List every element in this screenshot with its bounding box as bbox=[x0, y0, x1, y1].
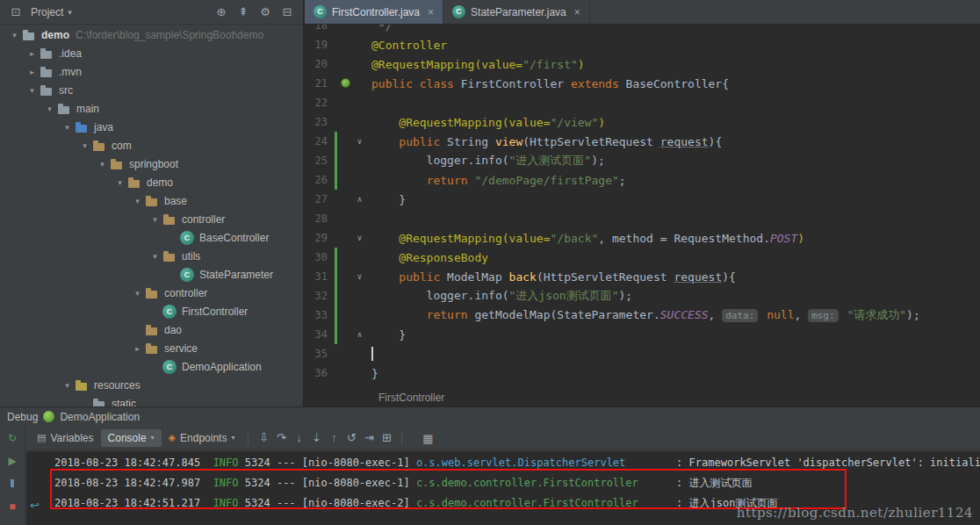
tool-window-icon[interactable]: ⊡ bbox=[7, 5, 25, 18]
line-number[interactable]: 18 bbox=[305, 25, 335, 32]
pause-button[interactable]: ‖ bbox=[5, 477, 19, 491]
line-number[interactable]: 30 bbox=[305, 251, 335, 263]
settings-gear-icon[interactable]: ⚙ bbox=[256, 5, 274, 18]
code-line[interactable]: 29∨ @RequestMapping(value="/back", metho… bbox=[305, 228, 980, 248]
code-line[interactable]: 25 logger.info("进入测试页面"); bbox=[305, 151, 980, 170]
stop-button[interactable]: ■ bbox=[5, 500, 19, 514]
line-number[interactable]: 25 bbox=[305, 155, 335, 167]
debug-tab-variables[interactable]: ▤Variables bbox=[30, 429, 101, 447]
tree-item-main[interactable]: ▾main bbox=[0, 99, 303, 118]
tab-close-icon[interactable]: × bbox=[428, 6, 434, 18]
chevron-right-icon[interactable]: ▸ bbox=[25, 49, 40, 58]
tree-item-demoapplication[interactable]: CDemoApplication bbox=[0, 357, 303, 376]
code-line[interactable]: 18 */ bbox=[305, 25, 980, 35]
step-into-icon[interactable]: ↓ bbox=[290, 431, 307, 444]
chevron-down-icon[interactable]: ▾ bbox=[95, 160, 110, 169]
run-to-cursor-icon[interactable]: ⇥ bbox=[360, 431, 378, 444]
rerun-button[interactable]: ↻ bbox=[5, 431, 19, 445]
fold-marker-icon[interactable]: ∧ bbox=[353, 195, 366, 204]
line-number[interactable]: 33 bbox=[305, 309, 335, 321]
tree-item-controller[interactable]: ▾controller bbox=[0, 210, 303, 228]
chevron-down-icon[interactable]: ▾ bbox=[60, 381, 75, 390]
tree-item-com[interactable]: ▾com bbox=[0, 136, 303, 155]
hide-panel-icon[interactable]: ⊟ bbox=[278, 5, 296, 18]
code-line[interactable]: 19@Controller bbox=[305, 35, 980, 54]
line-number[interactable]: 27 bbox=[305, 193, 335, 205]
line-number[interactable]: 31 bbox=[305, 270, 335, 283]
code-editor[interactable]: 18 */19@Controller20@RequestMapping(valu… bbox=[305, 25, 980, 388]
step-out-icon[interactable]: ↑ bbox=[325, 431, 342, 444]
line-number[interactable]: 36 bbox=[305, 367, 335, 379]
chevron-down-icon[interactable]: ▾ bbox=[77, 141, 92, 150]
tree-item-springboot[interactable]: ▾springboot bbox=[0, 155, 303, 173]
drop-frame-icon[interactable]: ↺ bbox=[342, 431, 360, 444]
chevron-down-icon[interactable]: ▾ bbox=[60, 123, 75, 132]
tree-item-dao[interactable]: dao bbox=[0, 320, 303, 339]
tree-item-demo[interactable]: ▾demo bbox=[0, 173, 303, 191]
soft-wrap-icon[interactable]: ↩ bbox=[30, 499, 40, 512]
project-tree[interactable]: ▾demoC:\forder\blog_sample\SpringBoot\de… bbox=[0, 25, 303, 406]
evaluate-expression-icon[interactable]: ⊞ bbox=[378, 431, 395, 444]
line-number[interactable]: 32 bbox=[305, 290, 335, 302]
chevron-down-icon[interactable]: ▾ bbox=[130, 289, 145, 298]
debug-tab-endpoints[interactable]: ◈Endpoints▾ bbox=[162, 429, 242, 447]
code-line[interactable]: 34∧ } bbox=[305, 325, 980, 344]
code-line[interactable]: 24∨ public String view(HttpServletReques… bbox=[305, 132, 980, 151]
code-line[interactable]: 26 return "/demoPage/firstPage"; bbox=[305, 170, 980, 190]
chevron-down-icon[interactable]: ▾ bbox=[25, 86, 40, 95]
fold-marker-icon[interactable]: ∨ bbox=[353, 137, 366, 146]
tree-item-service[interactable]: ▸service bbox=[0, 339, 303, 357]
locate-icon[interactable]: ⊕ bbox=[213, 5, 230, 18]
code-line[interactable]: 22 bbox=[305, 93, 980, 112]
code-line[interactable]: 21public class FirstController extends B… bbox=[305, 74, 980, 93]
tree-item-basecontroller[interactable]: CBaseController bbox=[0, 228, 303, 247]
line-number[interactable]: 34 bbox=[305, 328, 335, 341]
chevron-right-icon[interactable]: ▸ bbox=[25, 68, 40, 76]
tree-item-base[interactable]: ▾base bbox=[0, 191, 303, 210]
tree-item-mvn[interactable]: ▸.mvn bbox=[0, 62, 303, 81]
spring-bean-gutter[interactable] bbox=[337, 77, 353, 90]
code-line[interactable]: 35 bbox=[305, 344, 980, 363]
line-number[interactable]: 26 bbox=[305, 174, 335, 186]
tree-item-src[interactable]: ▾src bbox=[0, 81, 303, 99]
tree-item-static[interactable]: static bbox=[0, 394, 303, 406]
debug-tab-console[interactable]: Console▾ bbox=[101, 429, 162, 447]
project-panel-title[interactable]: Project bbox=[31, 6, 63, 18]
tree-item-resources[interactable]: ▾resources bbox=[0, 376, 303, 394]
resume-button[interactable]: ▶ bbox=[5, 454, 19, 468]
code-line[interactable]: 20@RequestMapping(value="/first") bbox=[305, 54, 980, 74]
line-number[interactable]: 35 bbox=[305, 348, 335, 360]
collapse-all-icon[interactable]: ⇞ bbox=[234, 5, 252, 18]
code-line[interactable]: 30 @ResponseBody bbox=[305, 248, 980, 267]
code-line[interactable]: 36} bbox=[305, 363, 980, 383]
editor-tab[interactable]: CFirstController.java× bbox=[305, 0, 443, 24]
chevron-down-icon[interactable]: ▾ bbox=[42, 104, 57, 113]
chevron-down-icon[interactable]: ▾ bbox=[68, 8, 72, 17]
fold-marker-icon[interactable]: ∧ bbox=[353, 330, 366, 339]
code-line[interactable]: 23 @RequestMapping(value="/view") bbox=[305, 112, 980, 132]
code-line[interactable]: 27∧ } bbox=[305, 190, 980, 209]
tree-item-demo[interactable]: ▾demoC:\forder\blog_sample\SpringBoot\de… bbox=[0, 25, 303, 44]
chevron-down-icon[interactable]: ▾ bbox=[7, 31, 22, 40]
code-line[interactable]: 28 bbox=[305, 209, 980, 228]
line-number[interactable]: 29 bbox=[305, 232, 335, 244]
tree-item-java[interactable]: ▾java bbox=[0, 118, 303, 136]
line-number[interactable]: 19 bbox=[305, 39, 335, 51]
fold-marker-icon[interactable]: ∨ bbox=[353, 234, 366, 242]
tree-item-controller[interactable]: ▾controller bbox=[0, 284, 303, 302]
force-step-into-icon[interactable]: ⇣ bbox=[307, 431, 325, 444]
line-number[interactable]: 21 bbox=[305, 77, 335, 90]
code-line[interactable]: 31∨ public ModelMap back(HttpServletRequ… bbox=[305, 267, 980, 286]
editor-tab[interactable]: CStateParameter.java× bbox=[443, 0, 590, 24]
line-number[interactable]: 20 bbox=[305, 58, 335, 70]
tree-item-utils[interactable]: ▾utils bbox=[0, 247, 303, 265]
show-execution-point-icon[interactable]: ⇩ bbox=[255, 431, 272, 444]
code-line[interactable]: 33 return getModelMap(StateParameter.SUC… bbox=[305, 306, 980, 325]
chevron-right-icon[interactable]: ▸ bbox=[130, 344, 145, 353]
chevron-down-icon[interactable]: ▾ bbox=[148, 215, 162, 224]
chevron-down-icon[interactable]: ▾ bbox=[130, 197, 145, 205]
code-line[interactable]: 32 logger.info("进入json测试页面"); bbox=[305, 286, 980, 306]
tree-item-stateparameter[interactable]: CStateParameter bbox=[0, 265, 303, 284]
step-over-icon[interactable]: ↷ bbox=[272, 431, 290, 444]
fold-marker-icon[interactable]: ∨ bbox=[353, 272, 366, 281]
